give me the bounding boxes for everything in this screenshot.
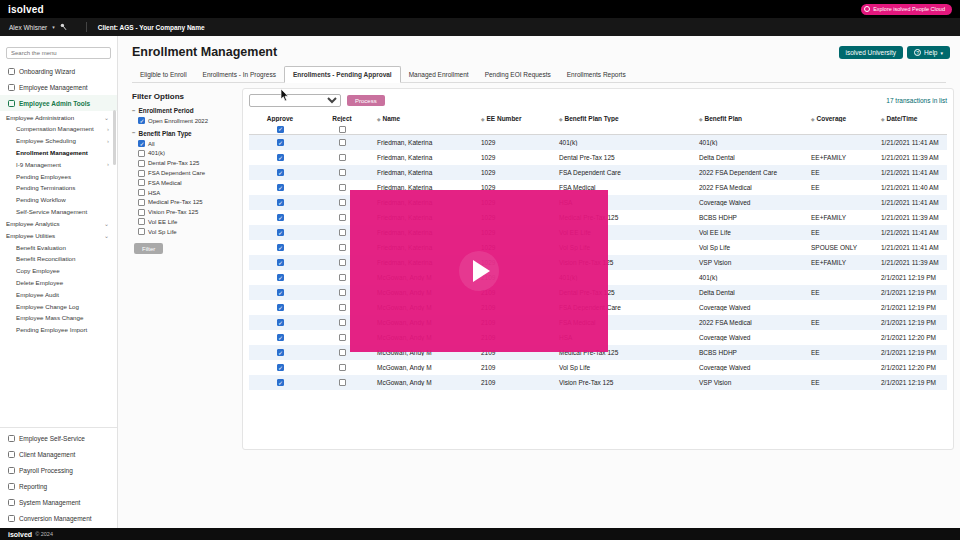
approve-checkbox[interactable] — [277, 319, 284, 326]
sidebar-item-pending-employee-import[interactable]: Pending Employee Import — [0, 324, 117, 336]
col-header-benefit-plan[interactable]: ◆Benefit Plan — [695, 115, 807, 122]
tab-enrollments-in-progress[interactable]: Enrollments - In Progress — [195, 67, 284, 82]
filter-option-fsa-medical[interactable]: FSA Medical — [132, 178, 236, 188]
col-header-coverage[interactable]: ◆Coverage — [807, 115, 877, 122]
filter-option-all[interactable]: All — [132, 139, 236, 149]
sidebar-item-system-management[interactable]: System Management — [0, 494, 117, 510]
user-menu[interactable]: Alex Whisner — [9, 24, 47, 31]
reject-checkbox[interactable] — [339, 349, 346, 356]
approve-checkbox[interactable] — [277, 334, 284, 341]
approve-checkbox[interactable] — [277, 274, 284, 281]
select-all-approve-checkbox[interactable] — [277, 126, 284, 133]
sidebar-item-employee-change-log[interactable]: Employee Change Log — [0, 300, 117, 312]
sidebar-item-compensation-management[interactable]: Compensation Management› — [0, 123, 117, 135]
col-header-name[interactable]: ◆Name — [373, 115, 477, 122]
approve-checkbox[interactable] — [277, 379, 284, 386]
play-button[interactable] — [459, 251, 499, 291]
unchecked-checkbox[interactable] — [138, 150, 145, 157]
approve-checkbox[interactable] — [277, 169, 284, 176]
reject-checkbox[interactable] — [339, 289, 346, 296]
tab-pending-eoi-requests[interactable]: Pending EOI Requests — [477, 67, 559, 82]
unchecked-checkbox[interactable] — [138, 160, 145, 167]
approve-checkbox[interactable] — [277, 214, 284, 221]
approve-checkbox[interactable] — [277, 349, 284, 356]
reject-checkbox[interactable] — [339, 364, 346, 371]
sidebar-item-self-service-management[interactable]: Self-Service Management — [0, 205, 117, 217]
people-cloud-promo-badge[interactable]: Explore isolved People Cloud — [861, 4, 952, 15]
filter-option-vision-pre-tax-125[interactable]: Vision Pre-Tax 125 — [132, 207, 236, 217]
video-overlay[interactable] — [350, 190, 608, 352]
checked-checkbox[interactable] — [138, 117, 145, 124]
approve-checkbox[interactable] — [277, 229, 284, 236]
approve-checkbox[interactable] — [277, 289, 284, 296]
tab-eligible-to-enroll[interactable]: Eligible to Enroll — [132, 67, 195, 82]
filter-option-dental-pre-tax-125[interactable]: Dental Pre-Tax 125 — [132, 158, 236, 168]
sidebar-item-pending-employees[interactable]: Pending Employees — [0, 170, 117, 182]
sidebar-group-employee-administration[interactable]: Employee Administration⌄ — [0, 111, 117, 123]
checked-checkbox[interactable] — [138, 140, 145, 147]
menu-search-input[interactable] — [6, 47, 111, 59]
reject-checkbox[interactable] — [339, 229, 346, 236]
sidebar-item-client-management[interactable]: Client Management — [0, 446, 117, 462]
filter-option-vol-ee-life[interactable]: Vol EE Life — [132, 217, 236, 227]
reject-checkbox[interactable] — [339, 274, 346, 281]
sidebar-group-employee-utilities[interactable]: Employee Utilities⌄ — [0, 229, 117, 241]
help-button[interactable]: Help — [907, 46, 950, 59]
sidebar-item-conversion-management[interactable]: Conversion Management — [0, 510, 117, 526]
unchecked-checkbox[interactable] — [138, 218, 145, 225]
tab-managed-enrollment[interactable]: Managed Enrollment — [401, 67, 477, 82]
unchecked-checkbox[interactable] — [138, 189, 145, 196]
sidebar-item-pending-terminations[interactable]: Pending Terminations — [0, 182, 117, 194]
sidebar-item-pending-workflow[interactable]: Pending Workflow — [0, 194, 117, 206]
reject-checkbox[interactable] — [339, 304, 346, 311]
unchecked-checkbox[interactable] — [138, 199, 145, 206]
sidebar-item-onboarding-wizard[interactable]: Onboarding Wizard — [0, 63, 117, 79]
reject-checkbox[interactable] — [339, 199, 346, 206]
sidebar-group-employee-analytics[interactable]: Employee Analytics⌄ — [0, 217, 117, 229]
reject-checkbox[interactable] — [339, 169, 346, 176]
approve-checkbox[interactable] — [277, 304, 284, 311]
filter-option-fsa-dependent-care[interactable]: FSA Dependent Care — [132, 168, 236, 178]
sidebar-item-employee-mass-change[interactable]: Employee Mass Change — [0, 312, 117, 324]
sidebar-item-enrollment-management[interactable]: Enrollment Management — [0, 147, 117, 159]
filter-option-medical-pre-tax-125[interactable]: Medical Pre-Tax 125 — [132, 197, 236, 207]
sidebar-item-employee-self-service[interactable]: Employee Self-Service — [0, 430, 117, 446]
reject-checkbox[interactable] — [339, 214, 346, 221]
sidebar-item-employee-management[interactable]: Employee Management — [0, 79, 117, 95]
reject-checkbox[interactable] — [339, 184, 346, 191]
approve-checkbox[interactable] — [277, 154, 284, 161]
reject-checkbox[interactable] — [339, 259, 346, 266]
reject-checkbox[interactable] — [339, 154, 346, 161]
col-header-benefit-plan-type[interactable]: ◆Benefit Plan Type — [555, 115, 695, 122]
unchecked-checkbox[interactable] — [138, 170, 145, 177]
filter-option-open-enrollment-2022[interactable]: Open Enrollment 2022 — [132, 116, 236, 126]
sidebar-scrollbar[interactable] — [113, 110, 116, 165]
reject-checkbox[interactable] — [339, 244, 346, 251]
approve-checkbox[interactable] — [277, 364, 284, 371]
sidebar-item-reporting[interactable]: Reporting — [0, 478, 117, 494]
sidebar-item-employee-audit[interactable]: Employee Audit — [0, 288, 117, 300]
reject-checkbox[interactable] — [339, 319, 346, 326]
sidebar-item-delete-employee[interactable]: Delete Employee — [0, 277, 117, 289]
benefit-plan-type-section[interactable]: Benefit Plan Type — [132, 130, 236, 137]
process-action-select[interactable] — [249, 94, 341, 107]
sidebar-item-payroll-processing[interactable]: Payroll Processing — [0, 462, 117, 478]
col-header-date-time[interactable]: ◆Date/Time — [877, 115, 947, 122]
filter-option-hsa[interactable]: HSA — [132, 188, 236, 198]
filter-option-vol-sp-life[interactable]: Vol Sp Life — [132, 227, 236, 237]
reject-checkbox[interactable] — [339, 139, 346, 146]
approve-checkbox[interactable] — [277, 199, 284, 206]
approve-checkbox[interactable] — [277, 184, 284, 191]
approve-checkbox[interactable] — [277, 244, 284, 251]
process-button[interactable]: Process — [347, 95, 385, 106]
unchecked-checkbox[interactable] — [138, 179, 145, 186]
tab-enrollments-pending-approval[interactable]: Enrollments - Pending Approval — [284, 66, 401, 83]
sidebar-item-employee-admin-tools[interactable]: Employee Admin Tools — [0, 95, 117, 111]
approve-checkbox[interactable] — [277, 259, 284, 266]
isolved-university-button[interactable]: isolved University — [839, 46, 904, 59]
enrollment-period-section[interactable]: Enrollment Period — [132, 107, 236, 114]
tab-enrollments-reports[interactable]: Enrollments Reports — [559, 67, 634, 82]
filter-button[interactable]: Filter — [134, 243, 163, 254]
sidebar-item-copy-employee[interactable]: Copy Employee — [0, 265, 117, 277]
pin-icon[interactable] — [60, 23, 67, 32]
